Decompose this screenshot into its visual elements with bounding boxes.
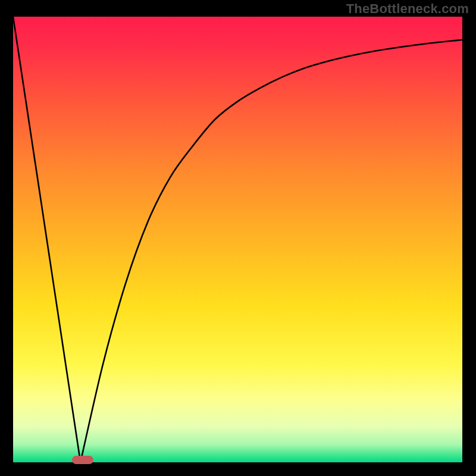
chart-frame: TheBottleneck.com [0,0,476,476]
background-gradient [13,17,462,462]
svg-rect-0 [13,17,462,462]
optimal-point-marker [72,456,93,464]
plot-area [13,17,462,462]
watermark-text: TheBottleneck.com [346,1,469,17]
